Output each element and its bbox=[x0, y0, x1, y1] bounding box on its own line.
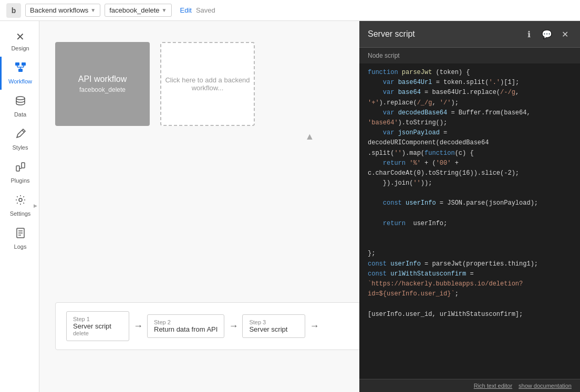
svg-rect-9 bbox=[16, 166, 19, 171]
step-arrow-2-icon: → bbox=[229, 321, 238, 332]
sidebar-item-plugins[interactable]: Plugins bbox=[0, 156, 39, 189]
main-layout: ✕ Design Workflow bbox=[0, 21, 580, 392]
panel-footer: Rich text editor show documentation bbox=[359, 379, 580, 392]
rich-text-editor-link[interactable]: Rich text editor bbox=[474, 383, 512, 389]
sidebar-label-plugins: Plugins bbox=[11, 177, 29, 184]
show-documentation-link[interactable]: show documentation bbox=[519, 383, 572, 389]
step-1-sub: delete bbox=[73, 330, 122, 336]
app-selector-arrow-icon: ▼ bbox=[90, 7, 96, 13]
steps-bar: Step 1 Server script delete → Step 2 Ret… bbox=[55, 302, 381, 350]
scroll-hint-icon: ▲ bbox=[305, 131, 315, 142]
step-arrow-1-icon: → bbox=[133, 321, 143, 332]
code-editor[interactable]: function parseJwt (token) { var base64Ur… bbox=[359, 63, 580, 379]
step-1-label: Step 1 bbox=[73, 316, 122, 322]
plugins-icon bbox=[15, 161, 26, 175]
comment-icon-button[interactable]: 💬 bbox=[540, 27, 554, 41]
sidebar-item-workflow[interactable]: Workflow bbox=[0, 57, 39, 90]
app-selector[interactable]: Backend workflows ▼ bbox=[25, 4, 100, 17]
settings-icon bbox=[15, 194, 26, 208]
api-workflow-sub: facebook_delete bbox=[79, 86, 126, 93]
svg-point-7 bbox=[16, 97, 25, 100]
panel-sub-header: Node script bbox=[359, 48, 580, 63]
app-logo: b bbox=[6, 3, 21, 18]
sidebar-label-design: Design bbox=[11, 45, 29, 51]
step-1-name: Server script bbox=[73, 322, 122, 330]
svg-rect-0 bbox=[15, 62, 19, 66]
saved-status: Saved bbox=[196, 6, 215, 14]
step-2-label: Step 2 bbox=[154, 319, 218, 325]
step-block-1[interactable]: Step 1 Server script delete bbox=[66, 311, 129, 341]
add-workflow-block[interactable]: Click here to add a backend workflow... bbox=[160, 42, 255, 126]
sidebar-label-workflow: Workflow bbox=[8, 78, 32, 84]
workflow-selector-arrow-icon: ▼ bbox=[162, 7, 167, 13]
canvas-area: API workflow facebook_delete Click here … bbox=[39, 21, 580, 392]
svg-point-12 bbox=[19, 198, 22, 202]
panel-header: Server script ℹ 💬 ✕ bbox=[359, 21, 580, 48]
close-icon-button[interactable]: ✕ bbox=[558, 27, 572, 41]
settings-arrow-icon: ▶ bbox=[34, 203, 37, 208]
step-arrow-3-icon: → bbox=[309, 321, 319, 332]
top-bar: b Backend workflows ▼ facebook_delete ▼ … bbox=[0, 0, 580, 21]
api-workflow-title: API workflow bbox=[78, 75, 127, 84]
sidebar-label-logs: Logs bbox=[14, 243, 27, 250]
edit-link[interactable]: Edit bbox=[180, 6, 192, 14]
sidebar-item-design[interactable]: ✕ Design bbox=[0, 25, 39, 57]
step-block-2[interactable]: Step 2 Return data from API bbox=[147, 314, 224, 338]
api-workflow-block[interactable]: API workflow facebook_delete bbox=[55, 42, 150, 126]
styles-icon bbox=[15, 128, 26, 142]
server-script-panel: Server script ℹ 💬 ✕ Node script function… bbox=[359, 21, 580, 392]
workflow-icon bbox=[15, 62, 26, 76]
add-workflow-text: Click here to add a backend workflow... bbox=[161, 76, 254, 92]
info-icon-button[interactable]: ℹ bbox=[522, 27, 536, 41]
sidebar-label-styles: Styles bbox=[13, 144, 28, 151]
sidebar-label-data: Data bbox=[14, 111, 26, 118]
top-bar-actions: Edit Saved bbox=[180, 6, 215, 14]
workflow-selector[interactable]: facebook_delete ▼ bbox=[105, 4, 171, 17]
step-block-3[interactable]: Step 3 Server script bbox=[242, 314, 305, 338]
svg-rect-2 bbox=[18, 69, 23, 72]
logs-icon bbox=[15, 227, 26, 241]
step-2-name: Return data from API bbox=[154, 325, 218, 333]
sidebar: ✕ Design Workflow bbox=[0, 21, 39, 392]
step-3-name: Server script bbox=[249, 325, 298, 333]
data-icon bbox=[15, 95, 26, 109]
panel-title: Server script bbox=[368, 29, 518, 39]
svg-rect-10 bbox=[22, 163, 25, 168]
sidebar-item-logs[interactable]: Logs bbox=[0, 222, 39, 255]
svg-rect-1 bbox=[22, 62, 26, 66]
design-icon: ✕ bbox=[16, 30, 25, 43]
sidebar-item-styles[interactable]: Styles bbox=[0, 123, 39, 156]
svg-line-8 bbox=[22, 130, 24, 132]
step-3-label: Step 3 bbox=[249, 319, 298, 325]
sidebar-item-settings[interactable]: Settings ▶ bbox=[0, 189, 39, 222]
sidebar-item-data[interactable]: Data bbox=[0, 90, 39, 123]
sidebar-label-settings: Settings bbox=[10, 210, 31, 217]
